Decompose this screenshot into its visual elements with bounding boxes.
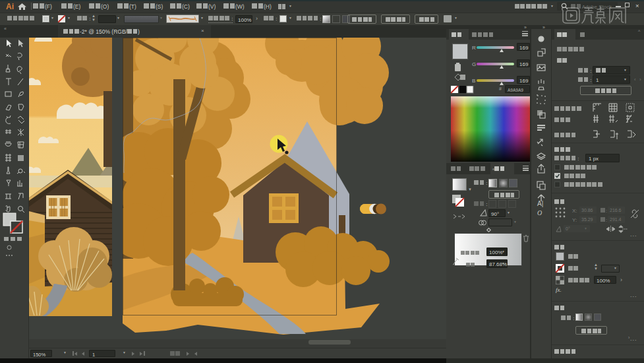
svg-text:A|: A| [537,200,543,207]
svg-text:O: O [537,209,542,216]
